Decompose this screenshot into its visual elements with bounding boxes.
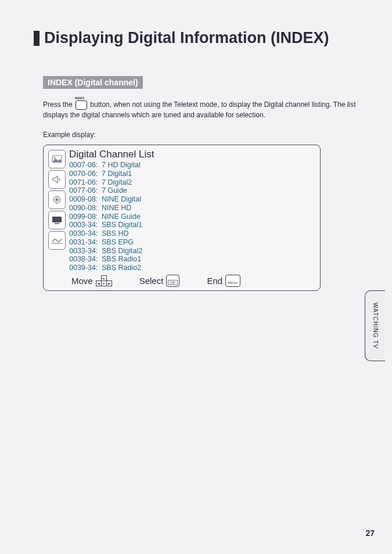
list-item: 0077-06:7 Guide [69,186,315,195]
svg-rect-6 [52,243,62,244]
svg-point-1 [54,157,56,159]
list-item: 0090-08:NINE HD [69,204,315,213]
list-item: 0033-34:SBS Digital2 [69,247,315,256]
title-bullet-icon [34,31,39,46]
list-item: 0038-34:SBS Radio1 [69,255,315,264]
list-item: 0030-34:SBS HD [69,229,315,238]
category-icons [48,150,66,250]
body-post: button, when not using the Teletext mode… [43,100,356,119]
list-title: Digital Channel List [69,149,315,160]
index-button-icon [75,100,87,110]
select-hint: Select OK [139,275,179,287]
list-item: 0031-34:SBS EPG [69,238,315,247]
list-item: 0009-08:NINE Digital [69,195,315,204]
list-item: 0039-34:SBS Radio2 [69,264,315,272]
picture-icon [48,150,66,168]
arrow-keys-icon: ▲ ◀▼▶ [96,275,112,286]
move-hint: Move ▲ ◀▼▶ [71,275,112,286]
body-pre: Press the [43,100,74,109]
ok-button-icon: OK [166,275,179,287]
section-header: INDEX (Digital channel) [43,76,143,89]
list-item: 0099-08:NINE Guide [69,213,315,221]
feature-icon [48,190,66,209]
list-item: 0070-06:7 Digital1 [69,170,315,178]
title-text: Displaying Digital Information (INDEX) [44,29,329,47]
list-item: 0007-06:7 HD Digital [69,161,315,170]
osd-footer: Move ▲ ◀▼▶ Select OK End MENU [71,275,315,287]
setup-icon [48,231,66,250]
page-number: 27 [365,528,375,538]
section-tab: WATCHING TV [365,290,385,361]
list-item: 0003-34:SBS Digital1 [69,221,315,229]
menu-button-icon: MENU [225,275,240,287]
svg-rect-4 [52,217,62,222]
example-label: Example display: [43,131,375,139]
page-title: Displaying Digital Information (INDEX) [34,29,375,47]
body-text: Press the button, when not using the Tel… [43,99,375,120]
svg-rect-5 [55,223,59,224]
osd-panel: Digital Channel List 0007-06:7 HD Digita… [43,145,321,291]
sound-icon [48,170,66,189]
list-item: 0071-06:7 Digital2 [69,178,315,187]
screen-icon [48,211,66,229]
end-hint: End MENU [207,275,240,287]
channel-list: 0007-06:7 HD Digital 0070-06:7 Digital1 … [69,161,315,272]
